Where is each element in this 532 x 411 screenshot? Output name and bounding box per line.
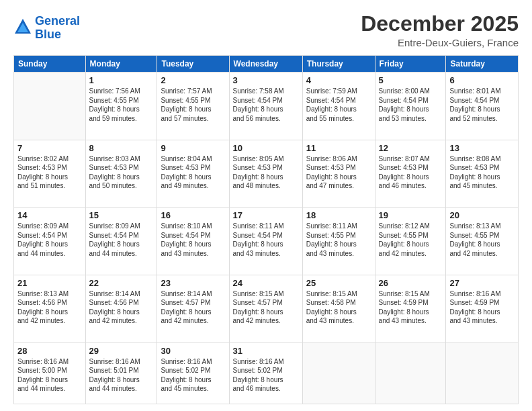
day-number: 30 (161, 346, 225, 356)
day-info: Sunrise: 8:15 AMSunset: 4:59 PMDaylight:… (379, 289, 443, 326)
day-info: Sunrise: 8:05 AMSunset: 4:53 PMDaylight:… (233, 154, 299, 191)
table-row (446, 342, 519, 404)
header-friday: Friday (375, 56, 446, 73)
header-tuesday: Tuesday (157, 56, 229, 73)
calendar-week-row: 21Sunrise: 8:13 AMSunset: 4:56 PMDayligh… (14, 275, 519, 342)
day-info: Sunrise: 7:59 AMSunset: 4:54 PMDaylight:… (306, 87, 371, 123)
day-number: 2 (161, 75, 225, 85)
header-thursday: Thursday (302, 56, 375, 73)
table-row: 16Sunrise: 8:10 AMSunset: 4:54 PMDayligh… (157, 208, 229, 275)
day-number: 19 (379, 210, 443, 220)
day-number: 21 (17, 278, 82, 288)
calendar-table: Sunday Monday Tuesday Wednesday Thursday… (13, 55, 519, 404)
day-number: 11 (306, 143, 371, 153)
calendar-week-row: 1Sunrise: 7:56 AMSunset: 4:55 PMDaylight… (14, 73, 519, 140)
day-info: Sunrise: 8:14 AMSunset: 4:56 PMDaylight:… (89, 289, 154, 326)
day-number: 28 (17, 346, 82, 356)
day-number: 27 (449, 278, 515, 288)
day-number: 17 (233, 210, 299, 220)
table-row: 19Sunrise: 8:12 AMSunset: 4:55 PMDayligh… (375, 208, 446, 275)
day-info: Sunrise: 8:16 AMSunset: 5:00 PMDaylight:… (17, 357, 82, 394)
header-sunday: Sunday (14, 56, 86, 73)
month-title: December 2025 (361, 12, 519, 36)
logo-text: General Blue (35, 15, 80, 42)
day-info: Sunrise: 8:07 AMSunset: 4:53 PMDaylight:… (379, 154, 443, 191)
logo-general: General (35, 14, 80, 28)
table-row (375, 342, 446, 404)
table-row: 22Sunrise: 8:14 AMSunset: 4:56 PMDayligh… (85, 275, 157, 342)
day-info: Sunrise: 8:14 AMSunset: 4:57 PMDaylight:… (161, 289, 225, 326)
table-row: 15Sunrise: 8:09 AMSunset: 4:54 PMDayligh… (85, 208, 157, 275)
day-info: Sunrise: 8:15 AMSunset: 4:58 PMDaylight:… (306, 289, 371, 326)
day-info: Sunrise: 8:08 AMSunset: 4:53 PMDaylight:… (449, 154, 515, 191)
day-info: Sunrise: 8:13 AMSunset: 4:56 PMDaylight:… (17, 289, 82, 326)
day-info: Sunrise: 7:56 AMSunset: 4:55 PMDaylight:… (89, 87, 154, 123)
logo-icon (13, 17, 32, 36)
day-number: 9 (161, 143, 225, 153)
table-row: 24Sunrise: 8:15 AMSunset: 4:57 PMDayligh… (229, 275, 302, 342)
table-row: 9Sunrise: 8:04 AMSunset: 4:53 PMDaylight… (157, 140, 229, 208)
day-number: 10 (233, 143, 299, 153)
day-number: 1 (89, 75, 154, 85)
day-number: 23 (161, 278, 225, 288)
day-info: Sunrise: 7:58 AMSunset: 4:54 PMDaylight:… (233, 87, 299, 123)
day-info: Sunrise: 8:16 AMSunset: 5:01 PMDaylight:… (89, 357, 154, 394)
day-number: 16 (161, 210, 225, 220)
calendar-week-row: 14Sunrise: 8:09 AMSunset: 4:54 PMDayligh… (14, 208, 519, 275)
day-number: 4 (306, 75, 371, 85)
weekday-header-row: Sunday Monday Tuesday Wednesday Thursday… (14, 56, 519, 73)
table-row: 21Sunrise: 8:13 AMSunset: 4:56 PMDayligh… (14, 275, 86, 342)
table-row: 26Sunrise: 8:15 AMSunset: 4:59 PMDayligh… (375, 275, 446, 342)
table-row: 1Sunrise: 7:56 AMSunset: 4:55 PMDaylight… (85, 73, 157, 140)
day-number: 8 (89, 143, 154, 153)
day-number: 24 (233, 278, 299, 288)
table-row: 31Sunrise: 8:16 AMSunset: 5:02 PMDayligh… (229, 342, 302, 404)
day-number: 31 (233, 346, 299, 356)
calendar-page: General Blue December 2025 Entre-Deux-Gu… (0, 0, 532, 411)
day-number: 14 (17, 210, 82, 220)
day-info: Sunrise: 8:03 AMSunset: 4:53 PMDaylight:… (89, 154, 154, 191)
day-number: 5 (379, 75, 443, 85)
day-info: Sunrise: 8:06 AMSunset: 4:53 PMDaylight:… (306, 154, 371, 191)
calendar-week-row: 28Sunrise: 8:16 AMSunset: 5:00 PMDayligh… (14, 342, 519, 404)
title-block: December 2025 Entre-Deux-Guiers, France (361, 12, 519, 48)
table-row: 14Sunrise: 8:09 AMSunset: 4:54 PMDayligh… (14, 208, 86, 275)
table-row: 8Sunrise: 8:03 AMSunset: 4:53 PMDaylight… (85, 140, 157, 208)
day-info: Sunrise: 8:09 AMSunset: 4:54 PMDaylight:… (89, 222, 154, 258)
day-info: Sunrise: 8:01 AMSunset: 4:54 PMDaylight:… (449, 87, 515, 123)
day-info: Sunrise: 8:13 AMSunset: 4:55 PMDaylight:… (449, 222, 515, 258)
day-info: Sunrise: 8:04 AMSunset: 4:53 PMDaylight:… (161, 154, 225, 191)
logo-blue: Blue (35, 28, 61, 41)
day-info: Sunrise: 8:16 AMSunset: 5:02 PMDaylight:… (161, 357, 225, 394)
table-row: 25Sunrise: 8:15 AMSunset: 4:58 PMDayligh… (302, 275, 375, 342)
day-info: Sunrise: 8:15 AMSunset: 4:57 PMDaylight:… (233, 289, 299, 326)
table-row: 17Sunrise: 8:11 AMSunset: 4:54 PMDayligh… (229, 208, 302, 275)
day-number: 12 (379, 143, 443, 153)
table-row: 18Sunrise: 8:11 AMSunset: 4:55 PMDayligh… (302, 208, 375, 275)
day-info: Sunrise: 8:00 AMSunset: 4:54 PMDaylight:… (379, 87, 443, 123)
logo: General Blue (13, 15, 80, 42)
table-row: 23Sunrise: 8:14 AMSunset: 4:57 PMDayligh… (157, 275, 229, 342)
location-subtitle: Entre-Deux-Guiers, France (361, 37, 519, 48)
day-number: 7 (17, 143, 82, 153)
day-number: 29 (89, 346, 154, 356)
day-number: 20 (449, 210, 515, 220)
calendar-week-row: 7Sunrise: 8:02 AMSunset: 4:53 PMDaylight… (14, 140, 519, 208)
day-number: 3 (233, 75, 299, 85)
header-monday: Monday (85, 56, 157, 73)
table-row (302, 342, 375, 404)
table-row: 4Sunrise: 7:59 AMSunset: 4:54 PMDaylight… (302, 73, 375, 140)
day-number: 6 (449, 75, 515, 85)
table-row: 7Sunrise: 8:02 AMSunset: 4:53 PMDaylight… (14, 140, 86, 208)
table-row: 30Sunrise: 8:16 AMSunset: 5:02 PMDayligh… (157, 342, 229, 404)
table-row: 28Sunrise: 8:16 AMSunset: 5:00 PMDayligh… (14, 342, 86, 404)
table-row: 13Sunrise: 8:08 AMSunset: 4:53 PMDayligh… (446, 140, 519, 208)
table-row (14, 73, 86, 140)
day-info: Sunrise: 8:02 AMSunset: 4:53 PMDaylight:… (17, 154, 82, 191)
day-number: 22 (89, 278, 154, 288)
day-info: Sunrise: 8:16 AMSunset: 5:02 PMDaylight:… (233, 357, 299, 394)
day-info: Sunrise: 8:16 AMSunset: 4:59 PMDaylight:… (449, 289, 515, 326)
table-row: 27Sunrise: 8:16 AMSunset: 4:59 PMDayligh… (446, 275, 519, 342)
table-row: 10Sunrise: 8:05 AMSunset: 4:53 PMDayligh… (229, 140, 302, 208)
day-info: Sunrise: 7:57 AMSunset: 4:55 PMDaylight:… (161, 87, 225, 123)
